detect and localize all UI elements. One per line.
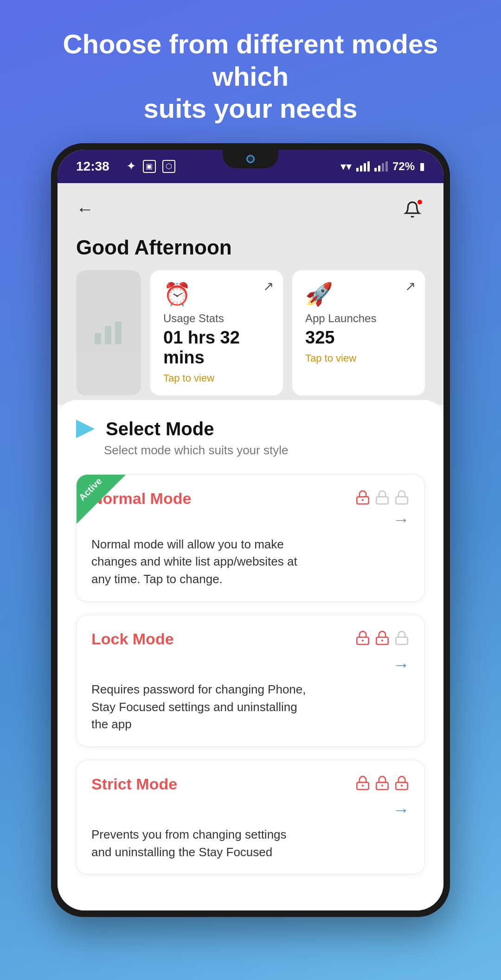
lock-icon-3	[394, 490, 410, 505]
normal-mode-desc: Normal mode will allow you to make chang…	[91, 536, 308, 588]
status-left-icons: ✦ ▣ ⬡	[126, 159, 175, 173]
lock2-icon-1	[355, 630, 371, 646]
usage-stats-card[interactable]: ↗ ⏰ Usage Stats 01 hrs 32 mins Tap to vi…	[150, 270, 283, 395]
usage-value: 01 hrs 32 mins	[163, 328, 270, 368]
svg-rect-2	[115, 321, 122, 344]
status-time: 12:38	[76, 159, 109, 174]
camera-dot	[246, 155, 255, 163]
svg-rect-6	[396, 496, 408, 504]
svg-point-10	[381, 639, 383, 641]
lock-mode-name: Lock Mode	[91, 630, 174, 648]
svg-rect-11	[396, 637, 408, 644]
notification-dot	[417, 199, 423, 205]
stats-row: ↗ ⏰ Usage Stats 01 hrs 32 mins Tap to vi…	[76, 270, 425, 395]
svg-rect-5	[376, 496, 388, 504]
signal-icon-2	[374, 161, 388, 172]
lock2-icon-3	[394, 630, 410, 646]
strict-mode-card[interactable]: Strict Mode → Prevents you from changing…	[76, 760, 425, 874]
bottom-sheet: Select Mode Select mode which suits your…	[58, 400, 443, 911]
usage-tap: Tap to view	[163, 372, 270, 384]
svg-point-15	[381, 784, 383, 786]
rocket-icon: 🚀	[305, 281, 412, 307]
play-icon	[76, 420, 95, 438]
alarm-icon: ⏰	[163, 281, 270, 307]
phone-frame: 12:38 ✦ ▣ ⬡ ▾▾	[51, 143, 450, 917]
launches-label: App Launches	[305, 312, 412, 325]
lock-mode-card[interactable]: Lock Mode → Requires password for changi…	[76, 615, 425, 747]
svg-point-8	[362, 639, 364, 641]
shield-icon: ⬡	[162, 160, 175, 173]
lock-mode-arrow: →	[393, 655, 410, 675]
slack-icon: ✦	[126, 159, 136, 173]
app-content: ← Good Afternoon	[58, 183, 443, 405]
headline: Choose from different modes which suits …	[0, 0, 501, 143]
strict-mode-name: Strict Mode	[91, 775, 177, 793]
launches-tap: Tap to view	[305, 352, 412, 364]
lock-mode-right: →	[355, 630, 410, 675]
lock-mode-desc: Requires password for changing Phone, St…	[91, 681, 308, 733]
headline-line1: Choose from different modes which	[63, 29, 438, 91]
app-launches-card[interactable]: ↗ 🚀 App Launches 325 Tap to view	[292, 270, 425, 395]
usage-label: Usage Stats	[163, 312, 270, 325]
sheet-header: Select Mode	[76, 419, 425, 439]
strict-mode-name-wrap: Strict Mode	[91, 775, 177, 793]
lock3-icon-2	[374, 775, 390, 791]
phone-wrapper: 12:38 ✦ ▣ ⬡ ▾▾	[51, 143, 450, 980]
svg-point-13	[362, 784, 364, 786]
lock3-icon-1	[355, 775, 371, 791]
lock-icon-1	[355, 490, 371, 505]
strict-mode-arrow: →	[393, 800, 410, 820]
strict-mode-right: →	[355, 775, 410, 820]
wifi-icon: ▾▾	[340, 160, 352, 173]
lock-icon-2	[374, 490, 390, 505]
battery-level: 72%	[392, 160, 415, 173]
lock2-icon-2	[374, 630, 390, 646]
strict-mode-top: Strict Mode →	[91, 775, 410, 820]
usage-arrow-icon: ↗	[263, 279, 274, 294]
sheet-subtitle: Select mode which suits your style	[104, 443, 425, 458]
headline-line2: suits your needs	[144, 93, 358, 123]
status-right-icons: ▾▾ 72% ▮	[340, 160, 425, 173]
notification-bell-button[interactable]	[400, 197, 425, 222]
normal-mode-card[interactable]: Active Normal Mode	[76, 474, 425, 602]
lock-mode-name-wrap: Lock Mode	[91, 630, 174, 648]
bar-chart-icon	[92, 319, 125, 347]
app-topbar: ←	[76, 197, 425, 222]
sheet-title: Select Mode	[106, 419, 214, 439]
svg-point-4	[362, 499, 364, 501]
svg-rect-0	[95, 333, 101, 344]
launches-value: 325	[305, 328, 412, 348]
launches-arrow-icon: ↗	[405, 279, 416, 294]
strict-lock-icons	[355, 775, 410, 791]
battery-icon: ▮	[419, 160, 425, 172]
signal-icon	[356, 161, 370, 172]
normal-mode-right: →	[355, 490, 410, 529]
ghost-chart-card	[76, 270, 141, 395]
phone-screen: 12:38 ✦ ▣ ⬡ ▾▾	[58, 150, 443, 911]
notch	[223, 150, 278, 168]
normal-mode-arrow: →	[393, 510, 410, 529]
svg-rect-1	[105, 326, 111, 344]
svg-point-17	[401, 784, 403, 786]
lock3-icon-3	[394, 775, 410, 791]
normal-lock-icons	[355, 490, 410, 505]
active-badge: Active	[76, 474, 127, 525]
phone-icon: ▣	[143, 160, 156, 173]
strict-mode-desc: Prevents you from changing settings and …	[91, 826, 308, 861]
status-bar: 12:38 ✦ ▣ ⬡ ▾▾	[58, 150, 443, 183]
greeting-text: Good Afternoon	[76, 236, 425, 259]
back-button[interactable]: ←	[76, 199, 94, 219]
active-badge-text: Active	[76, 474, 107, 506]
lock-mode-top: Lock Mode →	[91, 630, 410, 675]
normal-mode-top: Normal Mode →	[91, 490, 410, 529]
lock-lock-icons	[355, 630, 410, 646]
